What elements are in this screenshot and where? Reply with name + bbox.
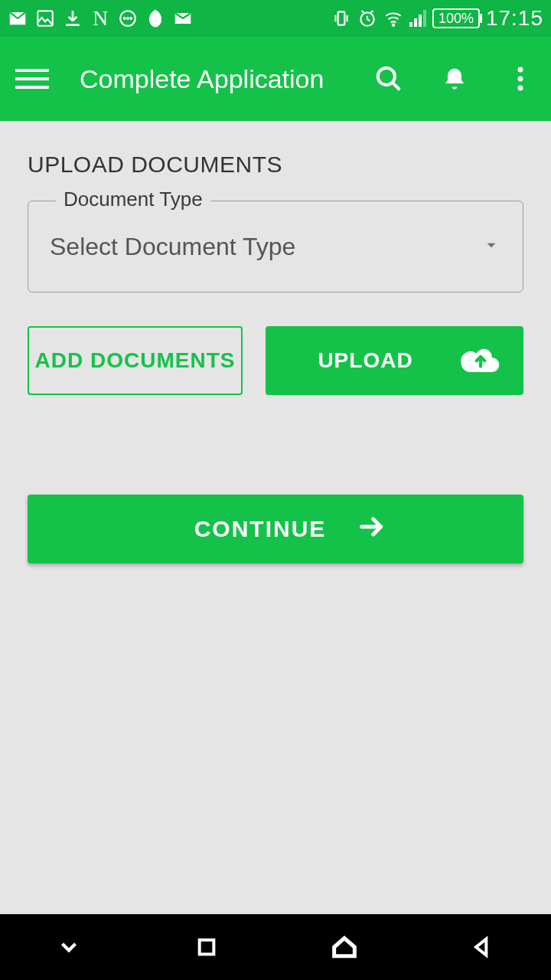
signal-icon (409, 10, 426, 27)
home-icon (329, 932, 360, 962)
circle-dots-icon (118, 8, 138, 28)
continue-label: CONTINUE (194, 516, 327, 542)
app-icon (145, 8, 165, 28)
system-nav-bar (0, 914, 551, 980)
svg-point-7 (392, 24, 394, 26)
dropdown-caret-icon (481, 235, 501, 258)
search-button[interactable] (373, 64, 404, 94)
wifi-icon (383, 8, 403, 28)
svg-rect-5 (338, 11, 345, 24)
document-type-label: Document Type (56, 188, 210, 211)
section-title: UPLOAD DOCUMENTS (28, 152, 523, 178)
svg-point-8 (378, 68, 395, 85)
upload-button[interactable]: UPLOAD (266, 326, 523, 395)
svg-point-12 (518, 86, 523, 91)
battery-text: 100% (439, 10, 474, 27)
gmail-icon (8, 8, 28, 28)
upload-label: UPLOAD (289, 348, 442, 373)
app-bar-actions (373, 64, 536, 94)
notifications-button[interactable] (439, 64, 470, 94)
arrow-right-icon (357, 511, 387, 547)
svg-point-2 (123, 18, 126, 20)
page-title: Complete Application (80, 64, 373, 94)
svg-point-11 (518, 77, 523, 82)
svg-line-9 (393, 83, 400, 90)
action-button-row: ADD DOCUMENTS UPLOAD (28, 326, 523, 395)
nav-recents-button[interactable] (187, 928, 226, 966)
cloud-upload-icon (461, 344, 500, 378)
alarm-icon (357, 8, 377, 28)
status-bar: N 100% 17:15 (0, 0, 551, 37)
continue-button[interactable]: CONTINUE (28, 495, 523, 564)
status-right-icons: 100% 17:15 (331, 6, 543, 31)
download-icon (63, 8, 83, 28)
main-content: UPLOAD DOCUMENTS Document Type Select Do… (0, 121, 551, 914)
bell-icon (441, 65, 468, 93)
mail-icon (173, 8, 193, 28)
add-documents-label: ADD DOCUMENTS (35, 348, 236, 373)
menu-button[interactable] (15, 62, 49, 96)
overflow-menu-button[interactable] (505, 64, 536, 94)
clock: 17:15 (486, 6, 543, 31)
nav-home-button[interactable] (325, 928, 364, 966)
letter-n-icon: N (90, 8, 110, 28)
document-type-value: Select Document Type (50, 233, 481, 261)
chevron-down-icon (56, 934, 82, 960)
document-type-select[interactable]: Document Type Select Document Type (28, 201, 523, 292)
picture-icon (35, 8, 55, 28)
battery-indicator: 100% (432, 8, 480, 28)
triangle-left-icon (470, 935, 494, 959)
nav-back-button[interactable] (463, 928, 501, 966)
more-vert-icon (517, 65, 524, 93)
add-documents-button[interactable]: ADD DOCUMENTS (28, 326, 243, 395)
svg-point-4 (130, 18, 132, 20)
app-bar: Complete Application (0, 37, 551, 121)
square-icon (194, 935, 219, 959)
status-left-icons: N (8, 8, 193, 28)
vibrate-icon (331, 8, 351, 28)
svg-point-10 (518, 67, 523, 73)
nav-collapse-button[interactable] (50, 928, 88, 966)
svg-point-3 (127, 18, 129, 20)
search-icon (374, 64, 403, 93)
svg-rect-13 (200, 940, 214, 955)
